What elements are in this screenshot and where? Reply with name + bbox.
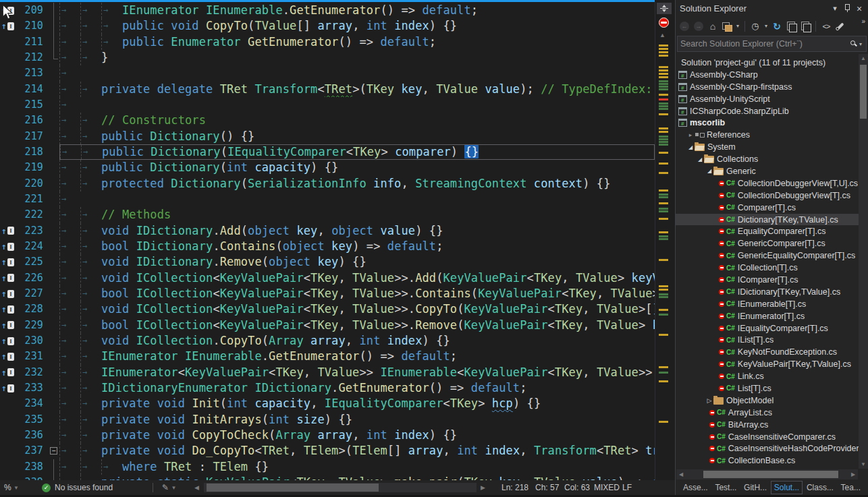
fold-margin[interactable] bbox=[49, 301, 59, 317]
tree-item[interactable]: C#IComparer[T].cs bbox=[676, 274, 859, 286]
fold-margin[interactable] bbox=[49, 475, 59, 480]
gutter-indicator-margin[interactable] bbox=[0, 82, 19, 97]
fold-margin[interactable] bbox=[49, 65, 59, 81]
tree-item[interactable]: ▷ObjectModel bbox=[676, 394, 859, 407]
gutter-indicator-margin[interactable]: ↑I bbox=[0, 270, 19, 286]
line-ending-indicator[interactable]: LF bbox=[622, 480, 632, 495]
gutter-indicator-margin[interactable]: ↑I bbox=[0, 286, 19, 301]
tree-item[interactable]: C#CaseInsensitiveHashCodeProvider.cs bbox=[676, 443, 859, 455]
implements-arrow-icon[interactable]: ↑ bbox=[1, 337, 7, 345]
code-line[interactable]: ↑I233→→IDictionaryEnumerator IDictionary… bbox=[0, 380, 655, 396]
line-number[interactable]: 216 bbox=[19, 113, 49, 128]
gutter-indicator-margin[interactable] bbox=[0, 160, 19, 175]
code-line[interactable]: 217→→public Dictionary() {} bbox=[0, 129, 655, 144]
line-number[interactable]: 220 bbox=[19, 176, 49, 192]
line-number[interactable]: 237 bbox=[19, 443, 49, 459]
editor-horizontal-scrollbar[interactable] bbox=[204, 483, 477, 492]
scrollbar-thumb[interactable] bbox=[703, 471, 838, 478]
sync-with-active-document-button[interactable] bbox=[799, 20, 811, 32]
line-number[interactable]: 235 bbox=[19, 412, 49, 428]
fold-margin[interactable] bbox=[49, 412, 59, 428]
properties-wrench-button[interactable] bbox=[834, 20, 846, 32]
gutter-indicator-margin[interactable] bbox=[0, 144, 19, 160]
tree-item[interactable]: Assembly-CSharp-firstpass bbox=[676, 81, 859, 93]
tree-item[interactable]: C#Link.cs bbox=[676, 370, 859, 382]
line-number[interactable]: 222 bbox=[19, 207, 49, 223]
code-line[interactable]: ↑I231→→IEnumerator IEnumerable.GetEnumer… bbox=[0, 349, 655, 364]
tree-item[interactable]: C#GenericComparer[T].cs bbox=[676, 237, 859, 250]
code-text[interactable]: →→private static KeyValuePair<TKey, TVal… bbox=[59, 475, 655, 480]
chevron-expanded-icon[interactable]: ◢ bbox=[705, 168, 713, 174]
code-line[interactable]: 219→→public Dictionary(int capacity) {} bbox=[0, 160, 655, 175]
line-number[interactable]: 210 bbox=[19, 18, 49, 34]
forward-button[interactable]: → bbox=[693, 20, 705, 32]
fold-margin[interactable] bbox=[49, 349, 59, 364]
encoding-indicator[interactable]: MIXED bbox=[594, 480, 620, 495]
tree-item[interactable]: C#IEqualityComparer[T].cs bbox=[676, 322, 859, 334]
line-number[interactable]: 225 bbox=[19, 254, 49, 270]
scroll-right-arrow-icon[interactable]: ▶ bbox=[848, 471, 858, 477]
split-window-handle[interactable] bbox=[657, 3, 672, 14]
gutter-indicator-margin[interactable] bbox=[0, 176, 19, 192]
implements-arrow-icon[interactable]: ↑ bbox=[1, 289, 7, 298]
code-text[interactable]: →→bool ICollection<KeyValuePair<TKey, TV… bbox=[59, 318, 655, 333]
gutter-indicator-margin[interactable] bbox=[0, 113, 19, 128]
code-line[interactable]: 212→→} bbox=[0, 50, 655, 65]
code-line[interactable]: ↑I225→→void IDictionary.Remove(object ke… bbox=[0, 254, 655, 270]
code-text[interactable]: →→private void InitArrays(int size) {} bbox=[59, 412, 655, 428]
line-number[interactable]: 231 bbox=[19, 349, 49, 364]
code-text[interactable]: →→void ICollection<KeyValuePair<TKey, TV… bbox=[59, 301, 655, 317]
view-code-button[interactable]: <> bbox=[820, 20, 832, 32]
gutter-indicator-margin[interactable] bbox=[0, 65, 19, 81]
search-options-dropdown-icon[interactable]: ▾ bbox=[858, 41, 863, 47]
line-number[interactable]: 211 bbox=[19, 34, 49, 50]
code-text[interactable]: →→bool IDictionary.Contains(object key) … bbox=[59, 239, 655, 254]
tree-item[interactable]: C#CollectionDebuggerView[T,U].cs bbox=[676, 177, 859, 189]
fold-margin[interactable] bbox=[49, 459, 59, 475]
tree-item[interactable]: C#IDictionary[TKey,TValue].cs bbox=[676, 286, 859, 298]
chevron-collapsed-icon[interactable]: ▸ bbox=[686, 131, 695, 138]
code-text[interactable]: →→→public void CopyTo(TValue[] array, in… bbox=[59, 18, 655, 34]
line-number[interactable]: 233 bbox=[19, 380, 49, 396]
scroll-left-arrow-icon[interactable]: ◀ bbox=[194, 480, 199, 495]
line-number[interactable]: 219 bbox=[19, 160, 49, 175]
line-number[interactable]: 224 bbox=[19, 239, 49, 254]
code-line[interactable]: ↑I228→→void ICollection<KeyValuePair<TKe… bbox=[0, 301, 655, 317]
tree-item-solution[interactable]: Solution 'project-gui' (11 of 11 project… bbox=[676, 57, 859, 69]
code-text[interactable]: → bbox=[59, 65, 655, 81]
line-number[interactable]: 236 bbox=[19, 428, 49, 443]
gutter-indicator-margin[interactable]: ↑I bbox=[0, 301, 19, 317]
fold-margin[interactable] bbox=[49, 380, 59, 396]
line-indicator[interactable]: Ln: 218 bbox=[501, 480, 528, 495]
tree-item[interactable]: ◢System bbox=[676, 141, 859, 153]
tree-vertical-scrollbar[interactable]: ▲ ▼ bbox=[859, 54, 868, 469]
zoom-dropdown-icon[interactable]: ▼ bbox=[13, 485, 19, 491]
tree-horizontal-scrollbar[interactable]: ◀ ▶ bbox=[676, 469, 858, 479]
code-text[interactable]: →→// Methods bbox=[59, 207, 655, 223]
code-line[interactable]: 236→→private void CopyToCheck(Array arra… bbox=[0, 428, 655, 443]
gutter-indicator-margin[interactable]: ↑I bbox=[0, 380, 19, 396]
window-position-menu-icon[interactable]: ▾ bbox=[829, 4, 841, 13]
gutter-indicator-margin[interactable]: ↑I bbox=[0, 349, 19, 364]
line-number[interactable]: 214 bbox=[19, 82, 49, 97]
tree-item[interactable]: C#KeyNotFoundException.cs bbox=[676, 346, 859, 358]
implements-arrow-icon[interactable]: ↑ bbox=[1, 352, 7, 361]
code-line[interactable]: ↑I232→→IEnumerator<KeyValuePair<TKey, TV… bbox=[0, 365, 655, 380]
gutter-indicator-margin[interactable]: ↑I bbox=[0, 318, 19, 333]
fold-margin[interactable] bbox=[49, 144, 59, 160]
column-indicator[interactable]: Col: 63 bbox=[564, 480, 590, 495]
pin-icon[interactable] bbox=[841, 3, 853, 13]
gutter-indicator-margin[interactable]: ↑I bbox=[0, 18, 19, 34]
fold-margin[interactable] bbox=[49, 223, 59, 239]
line-number[interactable]: 226 bbox=[19, 270, 49, 286]
line-number[interactable]: 221 bbox=[19, 192, 49, 207]
tree-item[interactable]: C#GenericEqualityComparer[T].cs bbox=[676, 250, 859, 262]
code-text[interactable]: →→void IDictionary.Add(object key, objec… bbox=[59, 223, 655, 239]
implements-arrow-icon[interactable]: ↑ bbox=[1, 274, 7, 283]
tool-window-tab[interactable]: Tea... bbox=[838, 481, 864, 494]
code-line[interactable]: 235→→private void InitArrays(int size) {… bbox=[0, 412, 655, 428]
tree-item[interactable]: ▸References bbox=[676, 129, 859, 141]
gutter-indicator-margin[interactable] bbox=[0, 207, 19, 223]
line-number[interactable]: 229 bbox=[19, 318, 49, 333]
back-button[interactable]: ← bbox=[678, 20, 690, 32]
